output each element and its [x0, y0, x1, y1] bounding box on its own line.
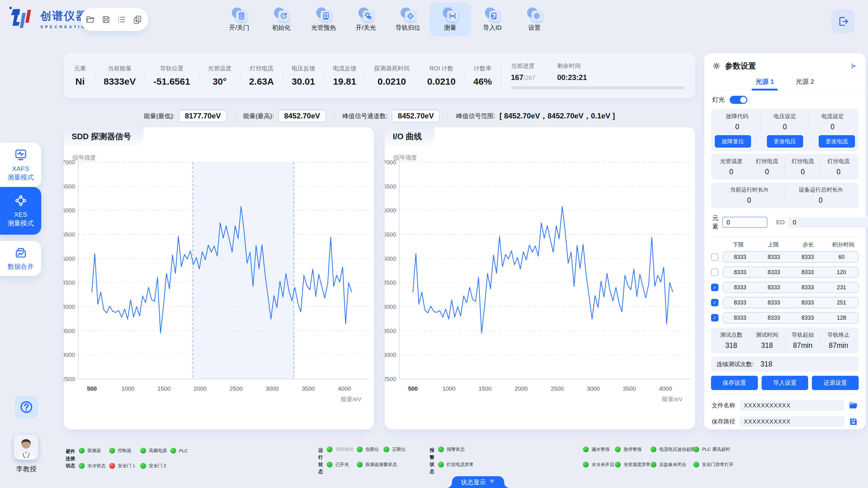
data-line — [413, 206, 673, 333]
divider — [464, 69, 465, 82]
tab-光源 1[interactable]: 光源 1 — [755, 77, 774, 86]
element-input[interactable] — [722, 217, 768, 228]
progress-current: 167 — [511, 73, 523, 82]
row-values[interactable]: 833383338333251 — [723, 297, 859, 308]
save-file-button[interactable] — [101, 14, 112, 25]
selection-region[interactable] — [193, 162, 294, 379]
panel-collapse-button[interactable] — [850, 63, 858, 69]
row-checkbox[interactable]: ✓ — [711, 284, 718, 291]
logout-button[interactable] — [831, 9, 855, 33]
保存设置-button[interactable]: 保存设置 — [711, 376, 758, 390]
nav-item-开/关光[interactable]: 开/关光 — [345, 2, 387, 37]
row-checkbox[interactable] — [711, 253, 718, 261]
indicator-label: 急停警报 — [624, 447, 642, 452]
row-values[interactable]: 83338333833360 — [723, 252, 859, 263]
light-toggle[interactable] — [730, 96, 747, 104]
progress-bar — [511, 86, 685, 89]
folder-open-icon — [86, 15, 95, 24]
row-values[interactable]: 833383338333231 — [723, 282, 859, 293]
help-button[interactable] — [14, 395, 38, 419]
row-values[interactable]: 833383338333128 — [723, 312, 859, 323]
remaining-time: 剩余时间 00:23:21 — [557, 62, 587, 82]
sidebar-item-数据合并[interactable]: 数据合并 — [0, 241, 41, 276]
metric-label: 当前能量 — [108, 64, 131, 72]
energy-value-box[interactable]: 8452.70eV — [278, 110, 326, 122]
energy-value-box[interactable]: 8452.70eV — [392, 110, 440, 122]
xes-icon — [14, 194, 27, 207]
footer-group-title: 报警状态 — [430, 447, 434, 475]
column-header-积分时间: 积分时间 — [828, 241, 859, 248]
status-dot-green — [109, 448, 115, 454]
column-header-上限: 上限 — [758, 241, 788, 248]
sidebar-item-XES测量模式[interactable]: XES测量模式 — [0, 187, 41, 235]
nav-item-设置[interactable]: 设置 — [514, 2, 556, 37]
save-path-label: 保存路径 — [712, 418, 735, 426]
sidebar-item-XAFS测量模式[interactable]: XAFS测量模式 — [0, 142, 41, 187]
status-indicator-后益板未闭合: 后益板未闭合 — [651, 462, 693, 467]
list-button[interactable] — [117, 14, 127, 25]
temp-光管温度: 光管温度0 — [714, 158, 749, 176]
temp-灯丝电流: 灯丝电流0 — [785, 158, 820, 176]
open-file-button[interactable] — [86, 14, 96, 25]
avatar[interactable] — [14, 435, 38, 460]
nav-item-开/关门[interactable]: 开/关门 — [218, 2, 260, 37]
tab-光源 2[interactable]: 光源 2 — [796, 77, 814, 86]
test-测试时间: 测试时间318 — [749, 331, 784, 350]
save-path-value[interactable]: XXXXXXXXXXX — [740, 416, 844, 427]
nav-item-光管预热[interactable]: 光管预热 — [303, 2, 345, 37]
divider — [144, 69, 145, 82]
cell-value: 8333 — [791, 254, 825, 260]
nav-item-初始化[interactable]: 初始化 — [260, 2, 303, 37]
status-indicator-已开光: 已开光 — [327, 462, 357, 467]
status-dot-green — [140, 463, 146, 469]
导入设置-button[interactable]: 导入设置 — [762, 376, 808, 390]
nav-item-测量[interactable]: 测量 — [429, 2, 471, 37]
eo-input[interactable] — [788, 217, 868, 228]
indicator-label: 水冷状态 — [88, 463, 105, 469]
table-row: ✓833383338333251 — [704, 297, 866, 308]
nav-item-导轨归位[interactable]: 导轨归位 — [387, 2, 429, 37]
row-checkbox[interactable]: ✓ — [711, 314, 718, 322]
divider — [95, 69, 95, 82]
help-icon — [20, 400, 33, 414]
cell-value: 8333 — [757, 299, 791, 306]
status-indicator-PLC 通讯超时: PLC 通讯超时 — [693, 447, 743, 452]
row-checkbox[interactable] — [711, 268, 718, 276]
更改电流-button[interactable]: 更改电流 — [819, 135, 855, 148]
energy-value-box[interactable]: 8177.70eV — [179, 110, 227, 122]
status-dot-green — [357, 462, 363, 467]
cell-value: 8333 — [723, 315, 757, 321]
copy-button[interactable] — [133, 14, 143, 25]
status-display-tab[interactable]: 状态显示 — [452, 476, 504, 488]
footer-group-报警状态: 报警状态报警状态灯丝电流异常漏水警报水冷未开启急停警报光管温度异常电流电压波动超… — [430, 447, 743, 475]
status-dot-green — [693, 462, 699, 467]
cell-value: 231 — [825, 284, 858, 291]
cell-value: 8333 — [723, 254, 757, 260]
element-label: 元素 — [712, 214, 718, 231]
xafs-icon — [14, 148, 27, 161]
indicator-label: 已开光 — [335, 462, 349, 467]
还原设置-button[interactable]: 还原设置 — [812, 376, 859, 390]
cell-value: 128 — [825, 315, 858, 321]
status-bar: 元素Ni当前能量8333eV导轨位置-51.6561光管温度30°灯丝电流2.6… — [64, 53, 695, 98]
footer-columns: 探测器水冷状态控制器安全门 1高频电源安全门 2PLC — [79, 448, 192, 469]
file-name-value[interactable]: XXXXXXXXXXX — [740, 400, 844, 411]
row-values[interactable]: 833383338333120 — [723, 267, 859, 278]
open-folder-button[interactable] — [849, 401, 858, 410]
status-indicator-负限位: 负限位 — [357, 447, 383, 452]
row-checkbox[interactable]: ✓ — [711, 299, 718, 306]
metric-label: 元素 — [74, 64, 86, 72]
footer-column: 正限位 — [383, 447, 411, 452]
status-indicator-灯丝电流异常: 灯丝电流异常 — [438, 462, 583, 467]
svg-text:7000: 7000 — [385, 159, 396, 166]
continuous-label: 连续测试次数: — [717, 360, 753, 368]
nav-item-导入ID[interactable]: ID导入ID — [471, 2, 514, 37]
故障复位-button[interactable]: 故障复位 — [715, 135, 751, 148]
save-path-button[interactable] — [849, 417, 858, 426]
file-name-label: 文件名称 — [712, 401, 735, 410]
svg-text:3000: 3000 — [266, 385, 279, 392]
measure-icon — [442, 7, 458, 22]
divider — [365, 69, 366, 82]
更改电压-button[interactable]: 更改电压 — [767, 135, 803, 148]
metric-计数率: 计数率46% — [473, 64, 492, 87]
